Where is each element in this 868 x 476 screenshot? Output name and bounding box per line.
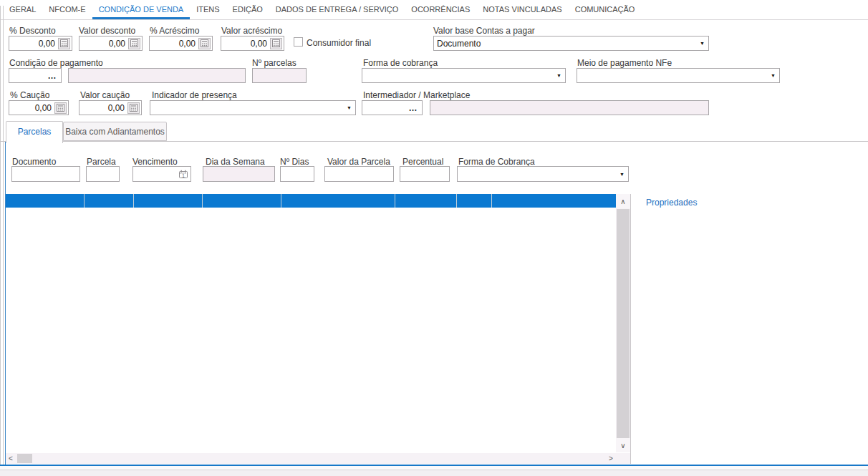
- pct-acrescimo-value: 0,00: [150, 39, 198, 49]
- pct-caucao-label: % Caução: [10, 90, 49, 100]
- consumidor-final-checkbox[interactable]: [294, 37, 303, 47]
- chevron-down-icon[interactable]: ▼: [616, 172, 628, 177]
- valor-acrescimo-field[interactable]: 0,00: [221, 36, 284, 51]
- parcela-vencimento-label: Vencimento: [132, 157, 178, 167]
- tab-geral[interactable]: GERAL: [3, 0, 42, 19]
- n-parcelas-field: [252, 68, 307, 83]
- pct-caucao-value: 0,00: [9, 103, 54, 113]
- calculator-icon[interactable]: [127, 102, 140, 114]
- grid-column-header[interactable]: [203, 194, 281, 208]
- intermediador-description-field: [430, 100, 709, 115]
- grid-vertical-scrollbar[interactable]: ∧ ∨: [616, 194, 630, 452]
- parcela-n-dias-label: Nº Dias: [280, 157, 309, 167]
- parcela-valor-label: Valor da Parcela: [327, 157, 390, 167]
- indicador-presenca-dropdown[interactable]: ▼: [150, 100, 356, 115]
- chevron-down-icon[interactable]: ▼: [553, 73, 565, 78]
- condicao-pagamento-description-field: [68, 68, 246, 83]
- parcela-documento-field[interactable]: [11, 166, 80, 182]
- scroll-right-icon[interactable]: >: [606, 453, 616, 464]
- window-left-edge: [0, 6, 1, 468]
- parcela-dia-semana-field: [203, 166, 275, 182]
- condicao-pagamento-label: Condição de pagamento: [9, 58, 103, 68]
- scroll-left-icon[interactable]: <: [6, 453, 16, 464]
- chevron-down-icon[interactable]: ▼: [696, 41, 708, 46]
- parcela-forma-cobranca-label: Forma de Cobrança: [458, 157, 535, 167]
- parcela-parcela-label: Parcela: [87, 157, 116, 167]
- intermediador-label: Intermediador / Marketplace: [363, 90, 470, 100]
- horizontal-scroll-thumb[interactable]: [17, 454, 32, 463]
- parcelas-grid-header: [6, 194, 616, 208]
- calculator-icon[interactable]: [54, 102, 67, 114]
- valor-base-dropdown[interactable]: Documento ▼: [433, 36, 709, 51]
- scroll-down-icon[interactable]: ∨: [616, 438, 630, 452]
- valor-caucao-value: 0,00: [79, 103, 127, 113]
- valor-base-label: Valor base Contas a pagar: [433, 26, 535, 36]
- valor-desconto-value: 0,00: [79, 39, 128, 49]
- panel-bottom-border: [0, 465, 868, 466]
- grid-column-header[interactable]: [395, 194, 457, 208]
- calendar-icon[interactable]: 1: [176, 167, 191, 181]
- indicador-presenca-label: Indicador de presença: [152, 90, 237, 100]
- main-tab-bar: GERAL NFCOM-E CONDIÇÃO DE VENDA ITENS ED…: [0, 0, 868, 20]
- panel-left-border: [5, 142, 6, 465]
- panel-top-border: [0, 141, 868, 142]
- parcelas-grid-body[interactable]: [6, 208, 616, 453]
- parcela-vencimento-field[interactable]: 1: [132, 166, 191, 182]
- tab-itens[interactable]: ITENS: [190, 0, 226, 19]
- condicao-pagamento-code-field[interactable]: …: [9, 68, 62, 83]
- meio-pagamento-nfe-dropdown[interactable]: ▼: [577, 68, 780, 83]
- chevron-down-icon[interactable]: ▼: [343, 105, 355, 110]
- propriedades-link[interactable]: Propriedades: [646, 198, 697, 208]
- parcela-n-dias-field[interactable]: [280, 166, 314, 182]
- calculator-icon[interactable]: [128, 38, 140, 49]
- tab-condicao-de-venda[interactable]: CONDIÇÃO DE VENDA: [92, 0, 191, 19]
- parcela-forma-cobranca-dropdown[interactable]: ▼: [457, 166, 629, 182]
- pct-acrescimo-field[interactable]: 0,00: [149, 36, 213, 51]
- tab-edicao[interactable]: EDIÇÃO: [226, 0, 269, 19]
- bottom-strip-lower: [0, 470, 868, 476]
- tab-comunicacao[interactable]: COMUNICAÇÃO: [569, 0, 642, 19]
- calculator-icon[interactable]: [58, 38, 70, 49]
- pct-desconto-field[interactable]: 0,00: [9, 36, 72, 51]
- scroll-up-icon[interactable]: ∧: [616, 194, 630, 208]
- intermediador-code-field[interactable]: …: [362, 100, 423, 115]
- valor-acrescimo-label: Valor acréscimo: [221, 26, 282, 36]
- valor-caucao-field[interactable]: 0,00: [79, 100, 142, 115]
- forma-cobranca-dropdown[interactable]: ▼: [362, 68, 566, 83]
- grid-column-header[interactable]: [85, 194, 134, 208]
- parcela-dia-semana-label: Dia da Semana: [206, 157, 265, 167]
- tab-dados-entrega-servico[interactable]: DADOS DE ENTREGA / SERVIÇO: [269, 0, 405, 19]
- calculator-icon[interactable]: [198, 38, 211, 49]
- parcela-valor-field[interactable]: [324, 166, 394, 182]
- pct-desconto-label: % Desconto: [9, 26, 56, 36]
- forma-cobranca-label: Forma de cobrança: [363, 58, 438, 68]
- grid-column-header[interactable]: [492, 194, 616, 208]
- valor-desconto-field[interactable]: 0,00: [79, 36, 143, 51]
- parcela-percentual-field[interactable]: [400, 166, 450, 182]
- meio-pagamento-nfe-label: Meio de pagamento NFe: [577, 58, 672, 68]
- vertical-scroll-thumb[interactable]: [617, 209, 630, 438]
- grid-column-header[interactable]: [134, 194, 203, 208]
- subtab-baixa-com-adiantamentos[interactable]: Baixa com Adiantamentos: [63, 122, 167, 141]
- lookup-ellipsis-icon[interactable]: …: [405, 102, 421, 114]
- tab-notas-vinculadas[interactable]: NOTAS VINCULADAS: [476, 0, 568, 19]
- scrollbar-corner: [616, 453, 630, 464]
- chevron-down-icon[interactable]: ▼: [767, 73, 779, 78]
- grid-column-header[interactable]: [281, 194, 395, 208]
- group-left-edge: [3, 6, 4, 468]
- calculator-icon[interactable]: [270, 38, 282, 49]
- valor-acrescimo-value: 0,00: [221, 39, 270, 49]
- pct-caucao-field[interactable]: 0,00: [9, 100, 69, 115]
- consumidor-final-label: Consumidor final: [307, 38, 371, 48]
- grid-horizontal-scrollbar[interactable]: < >: [6, 453, 616, 464]
- tab-ocorrencias[interactable]: OCORRÊNCIAS: [405, 0, 476, 19]
- grid-column-header[interactable]: [6, 194, 85, 208]
- pct-acrescimo-label: % Acréscimo: [150, 26, 199, 36]
- lookup-ellipsis-icon[interactable]: …: [44, 69, 60, 82]
- grid-column-header[interactable]: [457, 194, 492, 208]
- parcela-parcela-field[interactable]: [86, 166, 120, 182]
- tab-nfcom-e[interactable]: NFCOM-E: [42, 0, 92, 19]
- parcela-documento-label: Documento: [12, 157, 56, 167]
- subtab-parcelas[interactable]: Parcelas: [6, 121, 63, 143]
- sale-condition-window: GERAL NFCOM-E CONDIÇÃO DE VENDA ITENS ED…: [0, 0, 868, 476]
